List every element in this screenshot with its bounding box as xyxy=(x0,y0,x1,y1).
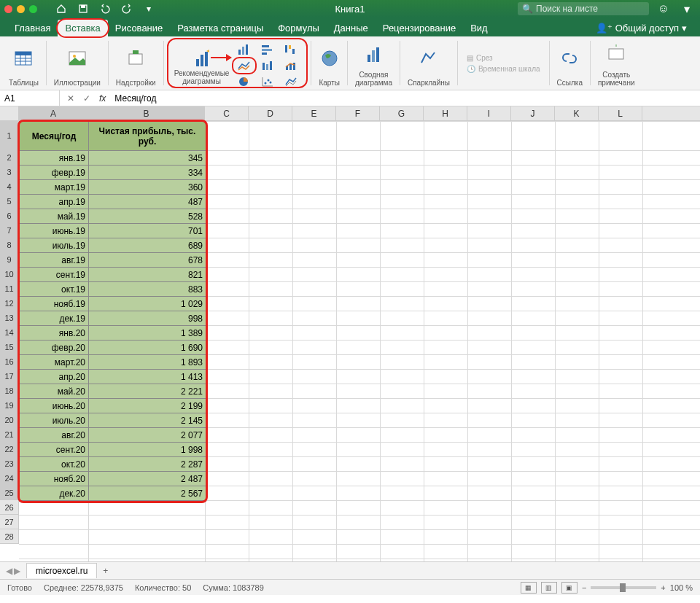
row-header[interactable]: 26 xyxy=(0,500,19,515)
row-header[interactable]: 19 xyxy=(0,398,19,413)
table-cell[interactable]: 1 893 xyxy=(89,355,206,370)
table-cell[interactable]: 689 xyxy=(89,238,206,253)
table-cell[interactable]: сент.19 xyxy=(20,268,89,282)
table-cell[interactable]: 334 xyxy=(89,166,206,180)
table-cell[interactable]: июнь.20 xyxy=(20,399,89,413)
table-cell[interactable]: 1 690 xyxy=(89,341,206,355)
table-cell[interactable]: янв.20 xyxy=(20,326,89,341)
table-cell[interactable]: февр.19 xyxy=(20,166,89,180)
row-header[interactable]: 1 xyxy=(0,121,19,150)
timeline-button[interactable]: 🕓 Временная шкала xyxy=(465,63,542,74)
column-header[interactable]: F xyxy=(336,106,380,120)
tab-data[interactable]: Данные xyxy=(327,20,376,36)
redo-icon[interactable] xyxy=(117,1,136,16)
table-cell[interactable]: 2 077 xyxy=(89,428,206,443)
add-sheet-button[interactable]: + xyxy=(97,564,114,578)
cancel-formula-icon[interactable]: ✕ xyxy=(67,93,74,104)
view-page-layout-icon[interactable]: ▥ xyxy=(541,582,557,594)
new-comment-button[interactable]: + Создать примечани xyxy=(594,38,639,88)
tab-formulas[interactable]: Формулы xyxy=(271,20,327,36)
minimize-icon[interactable] xyxy=(17,5,25,13)
row-header[interactable]: 22 xyxy=(0,442,19,456)
column-header[interactable]: I xyxy=(467,106,511,120)
slicer-button[interactable]: ▤ Срез xyxy=(465,52,494,63)
addins-button[interactable]: Надстройки xyxy=(112,38,160,88)
row-header[interactable]: 24 xyxy=(0,471,19,486)
table-cell[interactable]: янв.19 xyxy=(20,151,89,166)
illustrations-button[interactable]: Иллюстрации xyxy=(50,38,105,88)
close-icon[interactable] xyxy=(4,5,12,13)
row-header[interactable]: 5 xyxy=(0,194,19,209)
table-cell[interactable]: 821 xyxy=(89,268,206,282)
table-cell[interactable]: нояб.19 xyxy=(20,297,89,311)
sheet-tab[interactable]: microexcel.ru xyxy=(26,563,97,578)
line-chart-icon[interactable] xyxy=(233,58,255,73)
zoom-slider[interactable] xyxy=(591,586,656,589)
table-cell[interactable]: дек.19 xyxy=(20,311,89,326)
table-cell[interactable]: март.19 xyxy=(20,180,89,195)
link-button[interactable]: Ссылка xyxy=(553,38,587,88)
tab-insert[interactable]: Вставка xyxy=(58,20,107,36)
table-cell[interactable]: авг.19 xyxy=(20,253,89,268)
row-header[interactable]: 27 xyxy=(0,515,19,529)
zoom-in-button[interactable]: + xyxy=(661,583,665,592)
table-cell[interactable]: февр.20 xyxy=(20,341,89,355)
tables-button[interactable]: Таблицы xyxy=(4,38,43,88)
sheet-nav-prev-icon[interactable]: ◀ xyxy=(6,566,12,576)
tab-review[interactable]: Рецензирование xyxy=(376,20,463,36)
table-cell[interactable]: май.20 xyxy=(20,384,89,399)
row-header[interactable]: 28 xyxy=(0,529,19,544)
row-header[interactable]: 18 xyxy=(0,384,19,398)
maps-button[interactable]: Карты xyxy=(314,38,344,88)
table-header-cell[interactable]: Месяц/год xyxy=(20,122,89,151)
table-cell[interactable]: 678 xyxy=(89,253,206,268)
table-cell[interactable]: 2 487 xyxy=(89,472,206,486)
view-normal-icon[interactable]: ▦ xyxy=(521,582,537,594)
table-cell[interactable]: 1 389 xyxy=(89,326,206,341)
pie-chart-icon[interactable] xyxy=(233,74,255,89)
table-cell[interactable]: окт.20 xyxy=(20,457,89,472)
table-cell[interactable]: 1 029 xyxy=(89,297,206,311)
maximize-icon[interactable] xyxy=(29,5,37,13)
row-header[interactable]: 4 xyxy=(0,179,19,194)
column-header[interactable]: D xyxy=(249,106,292,120)
table-cell[interactable]: нояб.20 xyxy=(20,472,89,486)
row-header[interactable]: 9 xyxy=(0,252,19,267)
column-header[interactable]: C xyxy=(205,106,249,120)
row-header[interactable]: 15 xyxy=(0,340,19,354)
row-header[interactable]: 7 xyxy=(0,223,19,238)
row-header[interactable]: 23 xyxy=(0,456,19,471)
surface-chart-icon[interactable] xyxy=(280,74,302,89)
sheet-nav-next-icon[interactable]: ▶ xyxy=(14,566,20,576)
tab-draw[interactable]: Рисование xyxy=(108,20,170,36)
row-header[interactable]: 12 xyxy=(0,296,19,311)
tab-view[interactable]: Вид xyxy=(463,20,495,36)
tab-page-layout[interactable]: Разметка страницы xyxy=(170,20,271,36)
column-header[interactable]: L xyxy=(599,106,642,120)
table-cell[interactable]: май.19 xyxy=(20,209,89,224)
column-chart-icon[interactable] xyxy=(233,42,255,57)
table-cell[interactable]: 528 xyxy=(89,209,206,224)
row-header[interactable]: 13 xyxy=(0,311,19,325)
table-cell[interactable]: 2 199 xyxy=(89,399,206,413)
table-cell[interactable]: окт.19 xyxy=(20,282,89,297)
select-all-corner[interactable] xyxy=(0,106,19,120)
table-header-cell[interactable]: Чистая прибыль, тыс. руб. xyxy=(89,122,206,151)
share-button[interactable]: 👤⁺ Общий доступ ▾ xyxy=(590,20,693,36)
column-header[interactable]: J xyxy=(511,106,555,120)
tab-home[interactable]: Главная xyxy=(7,20,58,36)
row-header[interactable]: 16 xyxy=(0,354,19,369)
table-cell[interactable]: июль.20 xyxy=(20,413,89,428)
zoom-level[interactable]: 100 % xyxy=(670,583,693,592)
stat-chart-icon[interactable] xyxy=(257,58,279,73)
table-cell[interactable]: 2 221 xyxy=(89,384,206,399)
view-page-break-icon[interactable]: ▣ xyxy=(561,582,578,594)
search-input[interactable]: 🔍 Поиск на листе xyxy=(518,2,649,15)
row-header[interactable]: 20 xyxy=(0,413,19,427)
row-header[interactable]: 25 xyxy=(0,486,19,500)
table-cell[interactable]: 360 xyxy=(89,180,206,195)
fx-icon[interactable]: fx xyxy=(99,93,106,104)
home-icon[interactable] xyxy=(52,1,71,16)
pivot-chart-button[interactable]: Сводная диаграмма xyxy=(351,38,397,88)
recommended-charts-button[interactable]: Рекомендуемые диаграммы xyxy=(171,41,233,85)
